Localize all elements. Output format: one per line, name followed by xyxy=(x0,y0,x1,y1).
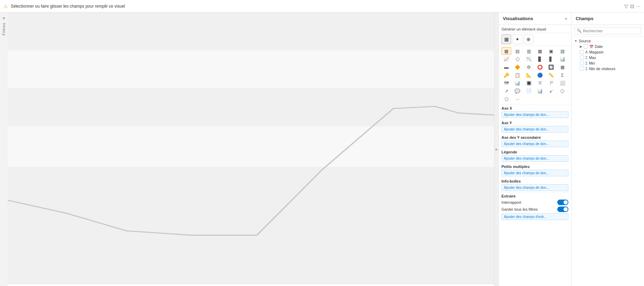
axe-y-section: Axe Y Ajouter des champs de don... xyxy=(499,119,571,134)
text-icon: A xyxy=(585,50,588,54)
ai-magic-btn[interactable]: ✦ xyxy=(513,34,522,44)
interrapport-toggle[interactable] xyxy=(557,200,568,205)
vis-icon-ribbon[interactable]: ▊ xyxy=(535,55,545,63)
vis-icon-more[interactable]: ··· xyxy=(513,95,522,103)
vis-icon-area[interactable]: ⬡ xyxy=(513,55,522,63)
axe-x-field-btn[interactable]: Ajouter des champs de don... xyxy=(501,111,568,118)
vis-icon-kpi[interactable]: 📐 xyxy=(524,71,534,79)
vis-icon-r[interactable]: 𝓡 xyxy=(535,79,545,87)
axe-y-secondaire-label: Axe des Y secondaire xyxy=(501,135,568,140)
magasin-checkbox[interactable] xyxy=(580,50,584,54)
field-item-max[interactable]: Σ Max xyxy=(572,55,644,60)
vis-icon-funnel[interactable]: 📊 xyxy=(558,55,567,63)
tab-champs[interactable]: Champs xyxy=(572,12,644,25)
vis-icon-paginated[interactable]: 📄 xyxy=(524,87,534,95)
left-section: « Filtres xyxy=(0,12,494,286)
vis-icon-clustered[interactable]: ▣ xyxy=(546,47,556,55)
vis-icon-table2[interactable]: 📏 xyxy=(546,71,556,79)
garder-filtres-label: Garder tous les filtres xyxy=(501,207,538,211)
vis-icon-shape[interactable]: 🗺 xyxy=(501,79,511,87)
ai-bar-chart-btn[interactable]: ▦ xyxy=(501,34,511,44)
vis-icon-decomp[interactable]: ⬜ xyxy=(558,79,567,87)
field-item-min[interactable]: Σ Min xyxy=(572,60,644,66)
field-item-nbr-visiteurs[interactable]: Σ Nbr de visiteurs xyxy=(572,66,644,72)
vis-icon-slicer[interactable]: 🔵 xyxy=(535,71,545,79)
interrapport-label: Interrapport xyxy=(501,200,521,204)
field-group-source-header[interactable]: ▼ Source xyxy=(572,38,644,44)
source-group-label: Source xyxy=(579,39,591,43)
vis-icon-donut[interactable]: ⚙ xyxy=(524,63,534,71)
sigma-nbr-icon: Σ xyxy=(585,67,587,71)
expand-visualisations-icon[interactable]: » xyxy=(565,17,567,20)
vis-icon-map[interactable]: 🔲 xyxy=(546,63,556,71)
chart-canvas xyxy=(8,12,494,283)
vis-icon-col-chart[interactable]: ▩ xyxy=(535,47,545,55)
vis-icon-combo[interactable]: 📉 xyxy=(524,55,534,63)
vis-icon-gauge[interactable]: 🔑 xyxy=(501,71,511,79)
garder-filtres-row: Garder tous les filtres xyxy=(501,207,568,212)
axe-y-secondaire-section: Axe des Y secondaire Ajouter des champs … xyxy=(499,134,571,148)
vis-icon-image[interactable]: 🔳 xyxy=(524,79,534,87)
top-bar: ⚠ Sélectionner ou faire glisser les cham… xyxy=(0,0,644,12)
vis-icon-card[interactable]: 📋 xyxy=(513,71,522,79)
top-bar-actions: ▽ ⊡ ··· xyxy=(624,3,641,9)
axe-y-field-btn[interactable]: Ajouter des champs de don... xyxy=(501,126,568,133)
vis-icon-text[interactable]: 📊 xyxy=(513,79,522,87)
extraire-field-btn[interactable]: Ajouter des champs d'extr... xyxy=(501,213,568,220)
petits-multiples-section: Petits multiples Ajouter des champs de d… xyxy=(499,163,571,177)
axe-y-secondaire-field-btn[interactable]: Ajouter des champs de don... xyxy=(501,141,568,147)
field-min-label: Min xyxy=(589,61,595,65)
focus-icon[interactable]: ⊡ xyxy=(630,3,634,9)
garder-filtres-toggle[interactable] xyxy=(557,207,568,212)
vis-icon-custom2[interactable]: ⬡ xyxy=(558,87,567,95)
legende-field-btn[interactable]: Ajouter des champs de don... xyxy=(501,155,568,162)
vis-icon-metric[interactable]: 📊 xyxy=(535,87,545,95)
champs-title: Champs xyxy=(576,16,593,21)
ai-globe-btn[interactable]: ⊕ xyxy=(524,34,533,44)
info-bulles-field-btn[interactable]: Ajouter des champs de don... xyxy=(501,184,568,191)
interrapport-row: Interrapport xyxy=(501,200,568,205)
vis-icon-python[interactable]: 𝓟 xyxy=(546,79,556,87)
field-max-label: Max xyxy=(589,56,596,60)
vis-icon-bar[interactable]: ▦ xyxy=(501,47,511,55)
vis-icon-custom[interactable]: ↙ xyxy=(546,87,556,95)
vis-icon-filled-map[interactable]: ▦ xyxy=(558,63,567,71)
vis-icon-extra[interactable]: ⬡ xyxy=(501,95,511,103)
vis-icon-table[interactable]: ▤ xyxy=(513,47,522,55)
field-group-source: ▼ Source ▶ 📅 Date A xyxy=(572,38,644,72)
search-input[interactable] xyxy=(583,29,639,33)
field-item-date[interactable]: ▶ 📅 Date xyxy=(572,44,644,49)
max-checkbox[interactable] xyxy=(580,56,584,60)
min-checkbox[interactable] xyxy=(580,61,584,65)
date-checkbox[interactable] xyxy=(584,44,588,49)
info-bulles-section: Info-bulles Ajouter des champs de don... xyxy=(499,177,571,192)
vis-icon-pie[interactable]: 🔶 xyxy=(513,63,522,71)
petits-multiples-field-btn[interactable]: Ajouter des champs de don... xyxy=(501,170,568,176)
source-chevron-icon: ▼ xyxy=(574,39,577,43)
collapse-panels-icon[interactable]: « xyxy=(2,15,5,20)
sigma-max-icon: Σ xyxy=(585,56,587,60)
search-box: 🔍 xyxy=(574,27,641,34)
field-item-magasin[interactable]: A Magasin xyxy=(572,49,644,55)
petits-multiples-label: Petits multiples xyxy=(501,165,568,169)
collapse-right-panel[interactable]: ▶ xyxy=(494,12,498,286)
legende-section: Légende Ajouter des champs de don... xyxy=(499,148,571,163)
vis-icon-line[interactable]: 📈 xyxy=(501,55,511,63)
more-options-icon[interactable]: ··· xyxy=(636,3,641,9)
vis-icon-scatter[interactable]: ▬ xyxy=(501,63,511,71)
nbr-visiteurs-checkbox[interactable] xyxy=(580,67,584,71)
sigma-min-icon: Σ xyxy=(585,61,587,65)
tab-visualisations[interactable]: Visualisations » xyxy=(499,12,572,25)
generate-label: Générer un élément visuel xyxy=(499,25,571,33)
vis-icon-treemap[interactable]: ⭕ xyxy=(535,63,545,71)
legende-label: Légende xyxy=(501,150,568,154)
vis-icon-stacked[interactable]: ▨ xyxy=(558,47,567,55)
vis-icon-waterfall[interactable]: ▋ xyxy=(546,55,556,63)
vis-icon-matrix[interactable]: ▥ xyxy=(524,47,534,55)
vis-icon-narration[interactable]: ↗ xyxy=(501,87,511,95)
info-bulles-label: Info-bulles xyxy=(501,179,568,183)
vis-icon-qa[interactable]: 💬 xyxy=(513,87,522,95)
filter-icon[interactable]: ▽ xyxy=(624,3,628,9)
field-nbr-visiteurs-label: Nbr de visiteurs xyxy=(589,67,615,71)
vis-icon-matrix2[interactable]: Σ xyxy=(558,71,567,79)
